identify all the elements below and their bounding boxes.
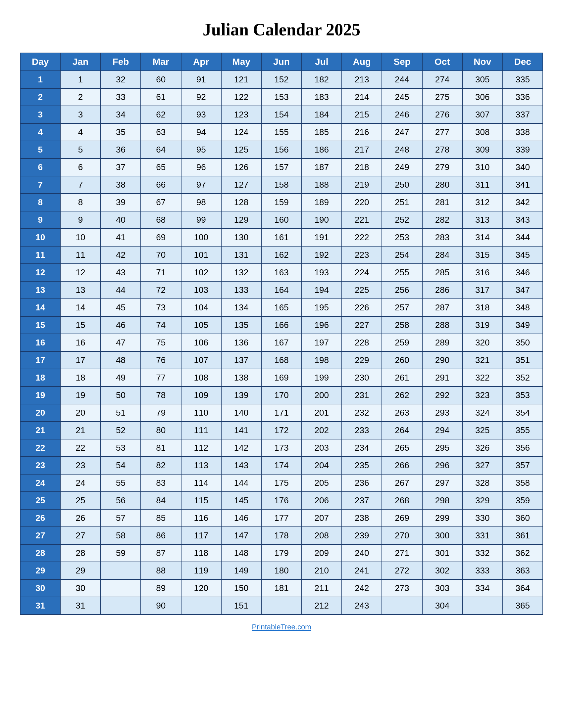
data-cell: 321 [462,351,502,369]
data-cell: 223 [342,246,382,264]
data-cell: 118 [181,544,221,562]
day-cell: 21 [20,422,60,439]
data-cell: 125 [221,141,261,159]
data-cell: 180 [261,562,302,579]
data-cell: 333 [462,562,502,579]
data-cell: 182 [302,71,342,88]
data-cell: 227 [342,316,382,334]
data-cell: 263 [382,404,422,422]
day-cell: 31 [20,597,60,614]
table-row: 26265785116146177207238269299330360 [20,509,543,527]
data-cell: 103 [181,281,221,299]
data-cell: 178 [261,527,302,544]
day-cell: 19 [20,387,60,404]
day-cell: 1 [20,71,60,88]
data-cell: 13 [60,281,100,299]
data-cell: 243 [342,597,382,614]
data-cell: 275 [422,88,462,106]
data-cell: 318 [462,299,502,316]
table-row: 14144573104134165195226257287318348 [20,299,543,316]
table-row: 44356394124155185216247277308338 [20,123,543,141]
data-cell: 251 [382,194,422,211]
data-cell: 247 [382,123,422,141]
column-header-oct: Oct [422,53,462,71]
data-cell: 298 [422,492,462,509]
data-cell: 115 [181,492,221,509]
data-cell: 294 [422,422,462,439]
data-cell: 356 [503,439,543,457]
data-cell: 202 [302,422,342,439]
data-cell: 297 [422,474,462,492]
data-cell: 342 [503,194,543,211]
data-cell: 78 [141,387,181,404]
data-cell: 44 [101,281,141,299]
data-cell: 175 [261,474,302,492]
data-cell: 93 [181,106,221,123]
data-cell: 168 [261,351,302,369]
data-cell: 190 [302,211,342,229]
data-cell: 170 [261,387,302,404]
data-cell: 271 [382,544,422,562]
day-cell: 5 [20,141,60,159]
footer-link[interactable]: PrintableTree.com [252,623,311,631]
data-cell: 52 [101,422,141,439]
column-header-sep: Sep [382,53,422,71]
data-cell: 1 [60,71,100,88]
data-cell: 76 [141,351,181,369]
data-cell: 323 [462,387,502,404]
day-cell: 29 [20,562,60,579]
table-row: 23235482113143174204235266296327357 [20,457,543,474]
data-cell: 225 [342,281,382,299]
data-cell: 245 [382,88,422,106]
data-cell: 262 [382,387,422,404]
data-cell: 209 [302,544,342,562]
data-cell [261,597,302,614]
data-cell: 128 [221,194,261,211]
data-cell: 114 [181,474,221,492]
data-cell: 69 [141,229,181,246]
data-cell: 82 [141,457,181,474]
data-cell: 295 [422,439,462,457]
data-cell: 12 [60,264,100,281]
column-header-apr: Apr [181,53,221,71]
data-cell: 6 [60,159,100,176]
data-cell: 16 [60,334,100,351]
data-cell: 281 [422,194,462,211]
data-cell: 67 [141,194,181,211]
data-cell [382,597,422,614]
data-cell: 74 [141,316,181,334]
data-cell: 183 [302,88,342,106]
data-cell: 140 [221,404,261,422]
table-row: 99406899129160190221252282313343 [20,211,543,229]
data-cell: 199 [302,369,342,387]
data-cell: 365 [503,597,543,614]
data-cell: 97 [181,176,221,194]
data-cell: 253 [382,229,422,246]
data-cell: 337 [503,106,543,123]
data-cell: 71 [141,264,181,281]
data-cell: 94 [181,123,221,141]
data-cell: 51 [101,404,141,422]
data-cell: 200 [302,387,342,404]
data-cell: 311 [462,176,502,194]
data-cell [101,597,141,614]
day-cell: 27 [20,527,60,544]
day-cell: 16 [20,334,60,351]
data-cell: 346 [503,264,543,281]
data-cell: 287 [422,299,462,316]
data-cell: 77 [141,369,181,387]
day-cell: 14 [20,299,60,316]
data-cell: 112 [181,439,221,457]
data-cell: 144 [221,474,261,492]
table-row: 88396798128159189220251281312342 [20,194,543,211]
data-cell: 347 [503,281,543,299]
data-cell: 58 [101,527,141,544]
data-cell: 138 [221,369,261,387]
data-cell: 68 [141,211,181,229]
column-header-jun: Jun [261,53,302,71]
data-cell: 261 [382,369,422,387]
data-cell: 236 [342,474,382,492]
data-cell: 196 [302,316,342,334]
day-cell: 4 [20,123,60,141]
julian-calendar-table: DayJanFebMarAprMayJunJulAugSepOctNovDec … [20,53,543,615]
